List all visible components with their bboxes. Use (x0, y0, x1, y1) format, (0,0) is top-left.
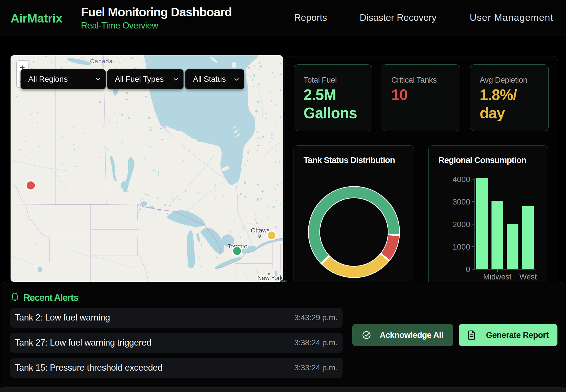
svg-text:4000: 4000 (453, 175, 470, 184)
svg-text:2000: 2000 (453, 220, 470, 229)
svg-text:0: 0 (466, 265, 470, 274)
svg-text:New York: New York (257, 274, 283, 281)
svg-text:3000: 3000 (453, 197, 470, 206)
svg-text:West: West (519, 273, 537, 281)
svg-text:Canada: Canada (90, 58, 113, 64)
svg-text:1000: 1000 (453, 242, 470, 251)
svg-text:Midwest: Midwest (483, 273, 512, 281)
